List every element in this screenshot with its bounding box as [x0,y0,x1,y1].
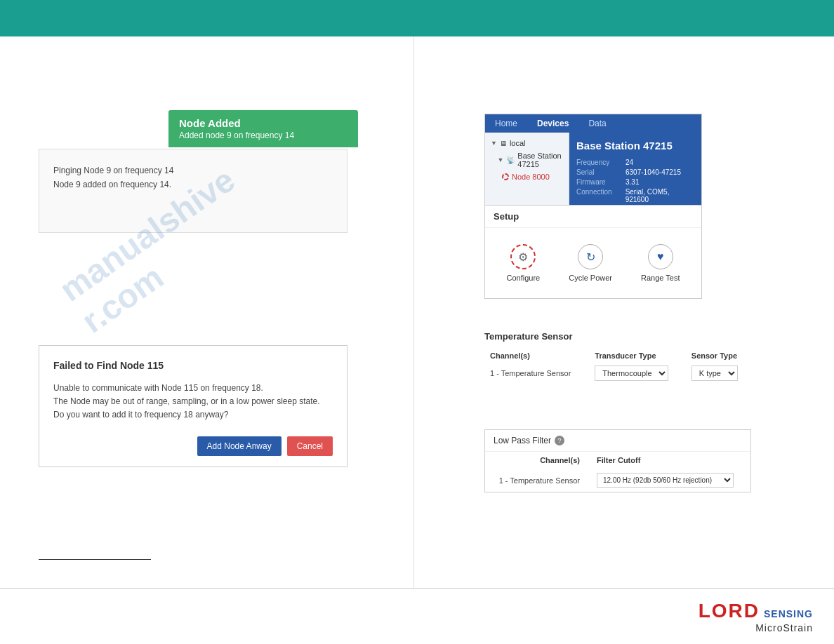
tab-home[interactable]: Home [485,114,527,133]
node-log-line2: Node 9 added on frequency 14. [53,177,333,192]
device-tree-body: ▼ 🖥 local ▼ 📡 Base Station 47215 Node 80… [485,133,701,213]
tree-basestation-label: Base Station 47215 [517,152,563,168]
basestation-icon: 📡 [506,156,515,164]
bottom-underline [39,559,151,560]
lord-text: LORD [699,600,760,622]
setup-title: Setup [485,206,701,228]
configure-label: Configure [507,274,541,282]
main-content: Node Added Added node 9 on frequency 14 … [0,36,834,644]
range-test-label: Range Test [641,274,680,282]
range-test-button[interactable]: ♥ Range Test [633,239,688,288]
add-node-button[interactable]: Add Node Anway [197,436,282,456]
configure-button[interactable]: ⚙ Configure [498,239,549,288]
tree-node-label: Node 8000 [512,173,550,181]
tree-item-local[interactable]: ▼ 🖥 local [485,137,569,149]
sensor-channel: 1 - Temperature Sensor [484,363,589,384]
notification-title: Node Added [179,117,348,129]
info-row-serial: Serial 6307-1040-47215 [576,168,694,176]
tree-local-label: local [510,139,526,147]
tree-item-basestation[interactable]: ▼ 📡 Base Station 47215 [485,149,569,170]
failed-body-line3: Do you want to add it to frequency 18 an… [53,408,333,422]
failed-node-buttons: Add Node Anway Cancel [53,436,333,456]
col-header-transducer: Transducer Type [589,349,686,363]
info-row-connection: Connection Serial, COM5, 921600 [576,188,694,203]
lord-logo-top: LORD SENSING [699,600,813,622]
info-label-serial: Serial [576,168,622,176]
node-log-line1: Pinging Node 9 on frequency 14 [53,163,333,177]
local-icon: 🖥 [500,140,507,147]
info-value-connection: Serial, COM5, 921600 [626,188,694,203]
node-circle-icon [502,173,509,180]
temp-sensor-section: Temperature Sensor Channel(s) Transducer… [484,331,751,384]
transducer-select[interactable]: Thermocouple RTD Thermistor [595,365,668,381]
cancel-button[interactable]: Cancel [287,436,333,456]
device-tree-list: ▼ 🖥 local ▼ 📡 Base Station 47215 Node 80… [485,133,569,213]
notification-subtitle: Added node 9 on frequency 14 [179,130,348,140]
low-pass-filter-section: Low Pass Filter ? Channel(s) Filter Cuto… [484,429,751,492]
transducer-cell: Thermocouple RTD Thermistor [589,363,686,384]
device-info-title: Base Station 47215 [576,140,694,152]
device-tree-tabs: Home Devices Data [485,114,701,133]
failed-node-box: Failed to Find Node 115 Unable to commun… [39,345,348,467]
device-tree-panel: Home Devices Data ▼ 🖥 local ▼ 📡 [484,114,702,213]
notification-header: Node Added Added node 9 on frequency 14 [168,110,358,147]
lp-channel: 1 - Temperature Sensor [485,469,588,492]
lp-col-channel: Channel(s) [485,452,588,469]
info-row-firmware: Firmware 3.31 [576,178,694,186]
arrow-icon-bs: ▼ [497,156,503,163]
filter-cutoff-select[interactable]: 12.00 Hz (92db 50/60 Hz rejection) 6.00 … [597,473,734,488]
col-header-channel: Channel(s) [484,349,589,363]
low-pass-table: Channel(s) Filter Cutoff 1 - Temperature… [485,452,750,492]
microstrain-text: MicroStrain [755,622,813,633]
sensing-text: SENSING [764,608,813,619]
tab-data[interactable]: Data [578,114,616,133]
cycle-power-icon: ↻ [578,244,603,269]
node-added-notification: Node Added Added node 9 on frequency 14 [168,110,358,147]
setup-buttons: ⚙ Configure ↻ Cycle Power ♥ Range Test [485,228,701,298]
device-info-panel: Base Station 47215 Frequency 24 Serial 6… [569,133,701,213]
lp-col-filter: Filter Cutoff [588,452,750,469]
info-label-firmware: Firmware [576,178,622,186]
lp-filter-cell: 12.00 Hz (92db 50/60 Hz rejection) 6.00 … [588,469,750,492]
info-label-frequency: Frequency [576,159,622,166]
cycle-power-button[interactable]: ↻ Cycle Power [560,239,621,288]
sensor-type-select[interactable]: K type J type T type E type [691,365,738,381]
low-pass-title: Low Pass Filter [494,436,551,445]
configure-icon: ⚙ [510,244,536,269]
setup-panel: Setup ⚙ Configure ↻ Cycle Power ♥ Range … [484,205,702,299]
failed-node-title: Failed to Find Node 115 [53,360,333,371]
node-log-box: Pinging Node 9 on frequency 14 Node 9 ad… [39,149,348,233]
sensor-type-cell: K type J type T type E type [686,363,751,384]
left-panel: Node Added Added node 9 on frequency 14 … [0,36,414,644]
low-pass-header: Low Pass Filter ? [485,430,750,452]
low-pass-row: 1 - Temperature Sensor 12.00 Hz (92db 50… [485,469,750,492]
tab-devices[interactable]: Devices [527,114,578,133]
lord-logo: LORD SENSING MicroStrain [699,600,813,633]
temp-sensor-title: Temperature Sensor [484,331,751,342]
range-test-icon: ♥ [648,244,673,269]
arrow-icon: ▼ [491,140,497,147]
sensor-table: Channel(s) Transducer Type Sensor Type 1… [484,349,751,384]
right-panel: Home Devices Data ▼ 🖥 local ▼ 📡 [414,36,834,644]
help-icon[interactable]: ? [555,436,564,445]
info-label-connection: Connection [576,188,622,203]
bottom-footer: LORD SENSING MicroStrain [0,588,834,644]
cycle-power-label: Cycle Power [569,274,612,282]
info-value-firmware: 3.31 [626,178,639,186]
info-value-frequency: 24 [626,159,633,166]
failed-body-line1: Unable to communicate with Node 115 on f… [53,382,333,395]
sensor-row: 1 - Temperature Sensor Thermocouple RTD … [484,363,751,384]
top-banner [0,0,834,36]
failed-body-line2: The Node may be out of range, sampling, … [53,395,333,408]
failed-node-body: Unable to communicate with Node 115 on f… [53,382,333,422]
info-row-frequency: Frequency 24 [576,159,694,166]
col-header-sensor: Sensor Type [686,349,751,363]
tree-item-node[interactable]: Node 8000 [485,170,569,183]
info-value-serial: 6307-1040-47215 [626,168,681,176]
